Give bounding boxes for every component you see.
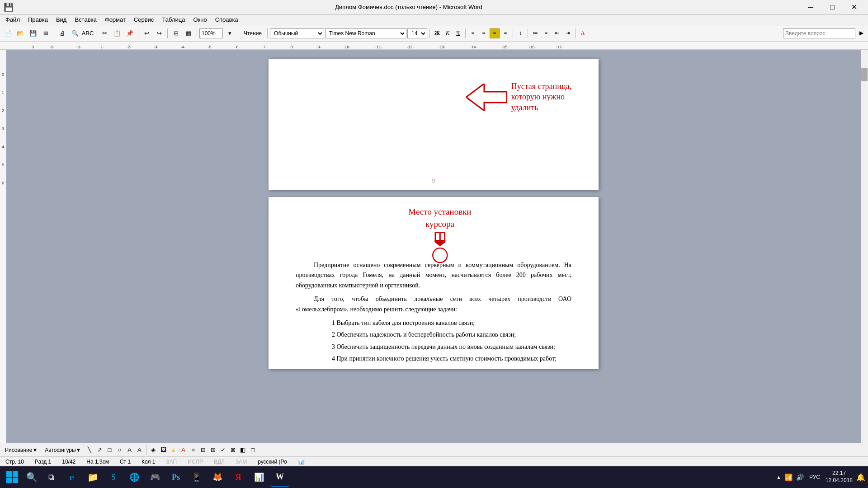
explorer-button[interactable]: 📁 — [83, 468, 102, 487]
ruler-mark-8: ·8· — [289, 45, 294, 49]
draw-textbox-button[interactable]: A — [125, 446, 134, 455]
tray-volume[interactable]: 🔊 — [796, 474, 804, 481]
underline-button[interactable]: Ч — [453, 28, 463, 38]
draw-line-button[interactable]: ╲ — [85, 446, 94, 455]
style-select[interactable]: Обычный — [270, 28, 324, 38]
email-button[interactable]: ✉ — [40, 28, 52, 39]
draw-shadow-button[interactable]: ◧ — [238, 446, 247, 455]
menu-help[interactable]: Справка — [212, 15, 242, 24]
app2-button[interactable]: 🎮 — [146, 468, 165, 487]
spell-button[interactable]: ABC — [82, 28, 94, 39]
numbering-button[interactable]: ≔ — [530, 28, 540, 38]
menu-window[interactable]: Окно — [189, 15, 210, 24]
draw-wordart-button[interactable]: A̲ — [135, 446, 144, 455]
save-button[interactable]: 💾 — [27, 28, 39, 39]
menu-service[interactable]: Сервис — [130, 15, 158, 24]
firefox-button[interactable]: 🦊 — [208, 468, 227, 487]
menu-edit[interactable]: Правка — [24, 15, 52, 24]
ruler-mark-3b: ·3· — [154, 45, 158, 49]
draw-ellipse-button[interactable]: ○ — [115, 446, 124, 455]
ruler-mark-2: ·2· — [50, 45, 54, 49]
taskbar-clock[interactable]: 22:17 12.04.2018 — [826, 470, 853, 484]
draw-clip-button[interactable]: 🖼 — [159, 446, 168, 455]
print-button[interactable]: 🖨 — [57, 28, 68, 39]
app4-button[interactable]: 📊 — [250, 468, 269, 487]
font-select[interactable]: Times New Roman — [325, 28, 406, 38]
zoom-dropdown[interactable]: ▾ — [224, 28, 236, 39]
align-justify-button[interactable]: ≡ — [500, 28, 510, 38]
start-button[interactable] — [3, 468, 22, 487]
bold-button[interactable]: Ж — [432, 28, 442, 38]
draw-columns2-button[interactable]: ⊟ — [198, 446, 208, 455]
tray-network[interactable]: 📶 — [785, 474, 793, 481]
columns-button[interactable]: ▦ — [183, 28, 194, 39]
align-left-button[interactable]: ≡ — [468, 28, 478, 38]
menu-insert[interactable]: Вставка — [71, 15, 100, 24]
minimize-button[interactable]: ─ — [800, 0, 821, 14]
draw-align-button[interactable]: ≡ — [189, 446, 198, 455]
draw-check-button[interactable]: ✓ — [218, 446, 227, 455]
yandex-button[interactable]: Я — [229, 468, 248, 487]
ruler-mark-2b: ·2· — [127, 45, 131, 49]
ie-button[interactable]: e — [62, 468, 81, 487]
line-spacing-button[interactable]: ↕ — [515, 28, 525, 38]
word-taskbar-button[interactable]: W — [270, 468, 289, 487]
tray-lang[interactable]: РУС — [807, 474, 822, 480]
menu-format[interactable]: Формат — [101, 15, 129, 24]
autoshapes-button[interactable]: Автофигуры▼ — [42, 446, 84, 455]
read-mode-button[interactable]: Чтение — [241, 28, 265, 39]
status-zap: ЗАП — [165, 459, 179, 465]
help-input[interactable] — [783, 28, 855, 38]
taskbar-date: 12.04.2018 — [826, 477, 853, 484]
app3-button[interactable]: 📱 — [187, 468, 206, 487]
paste-button[interactable]: 📌 — [124, 28, 136, 39]
redo-button[interactable]: ↪ — [153, 28, 165, 39]
copy-button[interactable]: 📋 — [111, 28, 123, 39]
menu-file[interactable]: Файл — [2, 15, 24, 24]
tray-arrow[interactable]: ▲ — [776, 474, 781, 480]
close-button[interactable]: ✕ — [844, 0, 864, 14]
notification-button[interactable]: 🔔 — [856, 473, 865, 482]
help-arrow-button[interactable]: ▶ — [856, 28, 866, 38]
draw-linecolor-button[interactable]: A — [179, 446, 188, 455]
drawing-button[interactable]: Рисование▼ — [2, 446, 41, 455]
align-right-button[interactable]: ≡ — [490, 28, 500, 38]
draw-3d-button[interactable]: ◻ — [248, 446, 257, 455]
search-button[interactable]: 🔍 — [24, 469, 40, 485]
down-arrow-icon — [434, 232, 445, 246]
menu-view[interactable]: Вид — [52, 15, 71, 24]
preview-button[interactable]: 🔍 — [69, 28, 81, 39]
zoom-input[interactable] — [199, 28, 223, 38]
draw-diagram-button[interactable]: ◈ — [149, 446, 158, 455]
bullets-button[interactable]: ≡ — [541, 28, 551, 38]
font-color-button[interactable]: A — [578, 28, 588, 38]
menu-table[interactable]: Таблица — [158, 15, 189, 24]
cut-button[interactable]: ✂ — [99, 28, 110, 39]
open-button[interactable]: 📂 — [14, 28, 26, 39]
task-view-button[interactable]: ⧉ — [42, 468, 61, 487]
maximize-button[interactable]: □ — [822, 0, 843, 14]
skype-button[interactable]: S — [104, 468, 123, 487]
draw-fillcolor-button[interactable]: ▲ — [169, 446, 178, 455]
draw-plus-button[interactable]: ⊞ — [208, 446, 217, 455]
photoshop-button[interactable]: Ps — [166, 468, 185, 487]
right-scrollbar[interactable] — [861, 50, 868, 443]
decrease-indent-button[interactable]: ⇤ — [552, 28, 562, 38]
status-zam: ЗАМ — [234, 459, 249, 465]
ruler-mark-11: ·11· — [375, 45, 382, 49]
undo-button[interactable]: ↩ — [141, 28, 152, 39]
status-icon: 📊 — [296, 459, 307, 465]
increase-indent-button[interactable]: ⇥ — [563, 28, 573, 38]
draw-arrow-button[interactable]: ↗ — [95, 446, 104, 455]
draw-rect-button[interactable]: □ — [105, 446, 114, 455]
table-button[interactable]: ⊞ — [170, 28, 182, 39]
status-ispr: ИСПР — [186, 459, 205, 465]
draw-fill2-button[interactable]: ⊠ — [228, 446, 237, 455]
new-button[interactable]: 📄 — [2, 28, 14, 39]
scrollbar-thumb[interactable] — [861, 68, 868, 81]
app1-button[interactable]: 🌐 — [125, 468, 144, 487]
size-select[interactable]: 14 — [407, 28, 427, 38]
sep4 — [167, 28, 168, 38]
italic-button[interactable]: К — [443, 28, 453, 38]
align-center-button[interactable]: ≡ — [479, 28, 489, 38]
